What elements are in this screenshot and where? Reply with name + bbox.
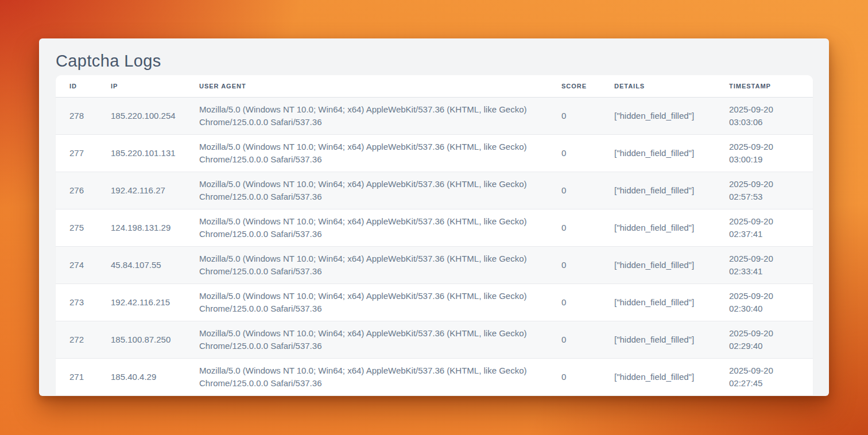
score-cell: 0 — [548, 283, 600, 321]
user_agent-cell: Mozilla/5.0 (Windows NT 10.0; Win64; x64… — [185, 97, 548, 134]
id-cell: 272 — [56, 321, 97, 358]
ip-cell: 185.220.101.131 — [97, 134, 185, 172]
user_agent-cell: Mozilla/5.0 (Windows NT 10.0; Win64; x64… — [185, 321, 548, 358]
table-row: 276192.42.116.27Mozilla/5.0 (Windows NT … — [56, 172, 813, 209]
score-cell: 0 — [548, 97, 600, 134]
user_agent-cell: Mozilla/5.0 (Windows NT 10.0; Win64; x64… — [185, 283, 548, 321]
column-header-details: DETAILS — [600, 75, 715, 97]
table-row: 272185.100.87.250Mozilla/5.0 (Windows NT… — [56, 321, 813, 358]
details-cell: ["hidden_field_filled"] — [600, 358, 715, 395]
captcha-logs-card: Captcha Logs ID IP USER AGENT SCORE DETA… — [39, 38, 829, 396]
column-header-timestamp: TIMESTAMP — [715, 75, 813, 97]
timestamp-cell: 2025-09-20 02:57:53 — [715, 172, 813, 209]
details-cell: ["hidden_field_filled"] — [600, 134, 715, 172]
id-cell: 271 — [56, 358, 97, 395]
user_agent-cell: Mozilla/5.0 (Windows NT 10.0; Win64; x64… — [185, 172, 548, 209]
timestamp-cell: 2025-09-20 02:30:40 — [715, 283, 813, 321]
id-cell: 276 — [56, 172, 97, 209]
table-row: 27445.84.107.55Mozilla/5.0 (Windows NT 1… — [56, 246, 813, 283]
table-header-row: ID IP USER AGENT SCORE DETAILS TIMESTAMP — [56, 75, 813, 97]
page-title: Captcha Logs — [56, 49, 813, 73]
id-cell: 275 — [56, 209, 97, 246]
details-cell: ["hidden_field_filled"] — [600, 246, 715, 283]
ip-cell: 185.100.87.250 — [97, 321, 185, 358]
score-cell: 0 — [548, 321, 600, 358]
ip-cell: 192.42.116.27 — [97, 172, 185, 209]
timestamp-cell: 2025-09-20 02:27:45 — [715, 358, 813, 395]
id-cell: 274 — [56, 246, 97, 283]
score-cell: 0 — [548, 172, 600, 209]
ip-cell: 124.198.131.29 — [97, 209, 185, 246]
ip-cell: 185.220.100.254 — [97, 97, 185, 134]
id-cell: 273 — [56, 283, 97, 321]
column-header-ip: IP — [97, 75, 185, 97]
timestamp-cell: 2025-09-20 02:33:41 — [715, 246, 813, 283]
timestamp-cell: 2025-09-20 03:03:06 — [715, 97, 813, 134]
details-cell: ["hidden_field_filled"] — [600, 209, 715, 246]
timestamp-cell: 2025-09-20 03:00:19 — [715, 134, 813, 172]
timestamp-cell: 2025-09-20 02:29:40 — [715, 321, 813, 358]
column-header-score: SCORE — [548, 75, 600, 97]
table-body: 278185.220.100.254Mozilla/5.0 (Windows N… — [56, 97, 813, 395]
table-row: 271185.40.4.29Mozilla/5.0 (Windows NT 10… — [56, 358, 813, 395]
details-cell: ["hidden_field_filled"] — [600, 97, 715, 134]
score-cell: 0 — [548, 246, 600, 283]
user_agent-cell: Mozilla/5.0 (Windows NT 10.0; Win64; x64… — [185, 358, 548, 395]
table-row: 275124.198.131.29Mozilla/5.0 (Windows NT… — [56, 209, 813, 246]
column-header-user-agent: USER AGENT — [185, 75, 548, 97]
timestamp-cell: 2025-09-20 02:37:41 — [715, 209, 813, 246]
id-cell: 277 — [56, 134, 97, 172]
user_agent-cell: Mozilla/5.0 (Windows NT 10.0; Win64; x64… — [185, 134, 548, 172]
ip-cell: 45.84.107.55 — [97, 246, 185, 283]
details-cell: ["hidden_field_filled"] — [600, 172, 715, 209]
captcha-logs-table: ID IP USER AGENT SCORE DETAILS TIMESTAMP… — [56, 75, 813, 395]
table-header: ID IP USER AGENT SCORE DETAILS TIMESTAMP — [56, 75, 813, 97]
score-cell: 0 — [548, 358, 600, 395]
user_agent-cell: Mozilla/5.0 (Windows NT 10.0; Win64; x64… — [185, 209, 548, 246]
ip-cell: 192.42.116.215 — [97, 283, 185, 321]
score-cell: 0 — [548, 209, 600, 246]
user_agent-cell: Mozilla/5.0 (Windows NT 10.0; Win64; x64… — [185, 246, 548, 283]
table-row: 277185.220.101.131Mozilla/5.0 (Windows N… — [56, 134, 813, 172]
column-header-id: ID — [56, 75, 97, 97]
table-row: 278185.220.100.254Mozilla/5.0 (Windows N… — [56, 97, 813, 134]
table-row: 273192.42.116.215Mozilla/5.0 (Windows NT… — [56, 283, 813, 321]
details-cell: ["hidden_field_filled"] — [600, 283, 715, 321]
ip-cell: 185.40.4.29 — [97, 358, 185, 395]
score-cell: 0 — [548, 134, 600, 172]
id-cell: 278 — [56, 97, 97, 134]
details-cell: ["hidden_field_filled"] — [600, 321, 715, 358]
captcha-logs-table-container: ID IP USER AGENT SCORE DETAILS TIMESTAMP… — [56, 75, 813, 395]
